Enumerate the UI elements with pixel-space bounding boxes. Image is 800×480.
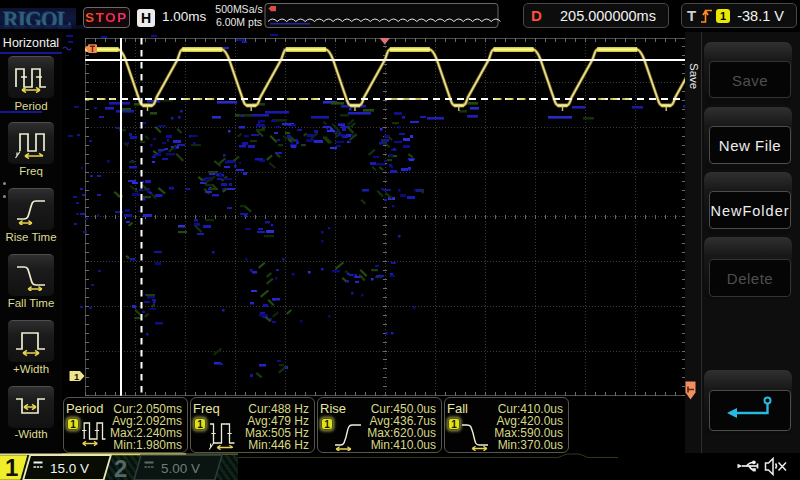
svg-text:2: 2 [114, 455, 127, 480]
svg-text:1: 1 [74, 371, 80, 382]
svg-text:15.0 V: 15.0 V [50, 461, 89, 476]
svg-text:5.00 V: 5.00 V [161, 461, 200, 476]
svg-text:1: 1 [5, 454, 18, 480]
